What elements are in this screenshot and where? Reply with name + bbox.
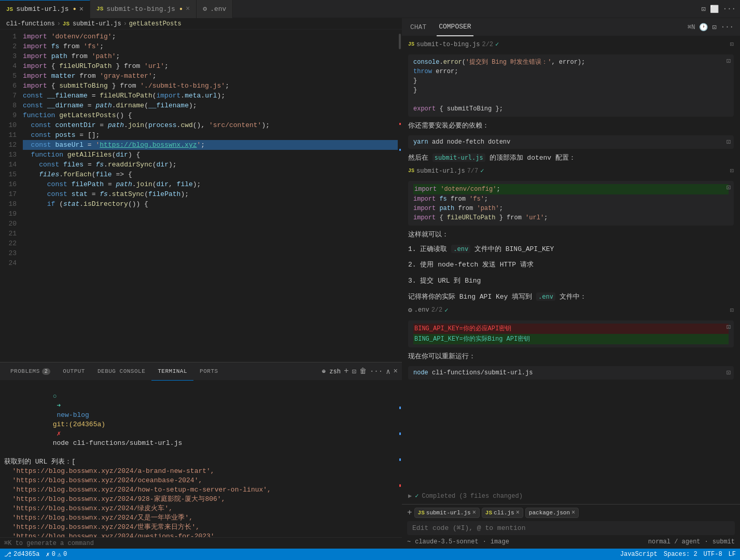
- model-separator: ·: [483, 538, 486, 545]
- prompt-dir: new-blog: [53, 411, 93, 419]
- tab-submit-to-bing[interactable]: JS submit-to-bing.js ● ×: [90, 0, 197, 18]
- tab-debug[interactable]: DEBUG CONSOLE: [91, 362, 151, 381]
- code-import-path: import path from 'path';: [413, 204, 729, 213]
- expand-btn-cmd2[interactable]: ⊡: [727, 368, 731, 377]
- terminal-collapse-icon[interactable]: ∧: [386, 367, 390, 376]
- file-ref-1-version: 2/2: [482, 41, 493, 48]
- term-scroll-4: [399, 484, 401, 487]
- list-item-2: 2. 使用 node-fetch 发送 HTTP 请求: [408, 260, 734, 271]
- cmd-node-label: node: [413, 369, 428, 376]
- chat-tabs: CHAT COMPOSER ⌘N 🕐 ⊡ ···: [402, 18, 740, 36]
- scrollbar-thumb[interactable]: [399, 34, 401, 49]
- file-chip-package[interactable]: package.json ×: [525, 508, 579, 518]
- status-branch-label: 2d4365a: [13, 551, 39, 558]
- problems-badge: 2: [42, 368, 51, 375]
- terminal-line-3: 'https://blog.bosswnx.xyz/2024/oceanbase…: [4, 476, 398, 485]
- code-line-9: const __dirname = path.dirname(__filenam…: [23, 101, 398, 110]
- expand-btn-cmd1[interactable]: ⊡: [727, 137, 731, 146]
- more-icon[interactable]: ···: [723, 5, 736, 13]
- expand-icon-1[interactable]: ⊡: [730, 40, 734, 48]
- tab-submit-url[interactable]: JS submit-url.js ● ×: [0, 0, 90, 18]
- tab-terminal[interactable]: TERMINAL: [151, 362, 193, 381]
- js-badge-1: JS: [408, 41, 414, 47]
- cmd-yarn-add: ⊡ yarn add node-fetch dotenv: [408, 135, 734, 149]
- model-label[interactable]: claude-3.5-sonnet: [415, 538, 478, 545]
- file-chip-cli[interactable]: JS cli.js ×: [482, 508, 523, 518]
- bottom-panel: PROBLEMS 2 OUTPUT DEBUG CONSOLE TERMINAL…: [0, 362, 402, 549]
- terminal-line-5: 'https://blog.bosswnx.xyz/2024/928-家庭影院-…: [4, 495, 398, 504]
- chat-section-config: 然后在 submit-url.js 的顶部添加 dotenv 配置：: [408, 153, 734, 163]
- code-line-4: import { fileURLToPath } from 'url';: [23, 61, 398, 71]
- status-encoding[interactable]: UTF-8: [704, 551, 722, 558]
- code-lines[interactable]: import 'dotenv/config'; import fs from '…: [21, 30, 398, 362]
- terminal-bottom-bar: ⌘K to generate a command: [0, 537, 402, 549]
- image-label[interactable]: image: [491, 538, 509, 545]
- file-ref-2-label: submit-url.js: [416, 167, 465, 175]
- status-line-ending[interactable]: LF: [729, 551, 736, 558]
- chat-new-icon[interactable]: ⌘N: [688, 23, 695, 31]
- mode-label[interactable]: normal / agent: [648, 538, 701, 545]
- terminal-split-icon[interactable]: ⊡: [352, 367, 356, 376]
- breadcrumb-cli-functions[interactable]: cli-functions: [6, 20, 55, 27]
- chat-input-row[interactable]: [407, 521, 735, 535]
- status-language[interactable]: JavaScript: [620, 551, 658, 558]
- code-line-brace1: }: [413, 76, 729, 86]
- terminal-more-icon[interactable]: ···: [370, 367, 383, 375]
- terminal-line-4: 'https://blog.bosswnx.xyz/2024/how-to-se…: [4, 485, 398, 495]
- chat-section-deps: 你还需要安装必要的依赖：: [408, 121, 734, 131]
- chat-maximize-icon[interactable]: ⊡: [712, 23, 716, 32]
- chat-file-ref-2: JS submit-url.js 7/7 ✓ ⊡: [408, 167, 734, 175]
- expand-icon-3[interactable]: ⊡: [730, 306, 734, 314]
- expand-btn-2[interactable]: ⊡: [727, 183, 731, 192]
- tab-chat[interactable]: CHAT: [408, 18, 428, 36]
- chat-history-icon[interactable]: 🕐: [699, 23, 708, 32]
- code-line-11: function getLatestPosts() {: [23, 110, 398, 120]
- tab-close-2[interactable]: ×: [186, 5, 190, 13]
- file-ref-3-version: 2/2: [431, 306, 443, 314]
- expand-icon-2[interactable]: ⊡: [730, 167, 734, 175]
- terminal-add-icon[interactable]: +: [344, 367, 349, 376]
- chip-close-2[interactable]: ×: [516, 509, 520, 516]
- tab-ports[interactable]: PORTS: [193, 362, 225, 381]
- term-scroll-1: [399, 407, 401, 409]
- status-indent[interactable]: Spaces: 2: [664, 551, 697, 558]
- terminal-trash-icon[interactable]: 🗑: [359, 367, 367, 375]
- expand-completed-icon[interactable]: ▶: [408, 492, 412, 500]
- chip-close-3[interactable]: ×: [571, 509, 575, 516]
- env-line-2: BING_API_KEY=你的实际Bing API密钥: [413, 334, 729, 344]
- tab-problems[interactable]: PROBLEMS 2: [4, 362, 57, 381]
- tab-close-1[interactable]: ×: [79, 5, 83, 13]
- status-branch[interactable]: ⎇ 2d4365a: [4, 551, 39, 558]
- submit-label[interactable]: submit: [713, 538, 735, 545]
- tab-output[interactable]: OUTPUT: [57, 362, 91, 381]
- list-item-3: 3. 提交 URL 到 Bing: [408, 276, 734, 287]
- tab-terminal-label: TERMINAL: [158, 368, 187, 374]
- tab-composer[interactable]: COMPOSER: [437, 18, 473, 36]
- js-icon-chip2: JS: [485, 510, 492, 516]
- breadcrumb-file[interactable]: submit-url.js: [73, 20, 121, 27]
- completed-label: Completed (3 files changed): [422, 493, 522, 500]
- status-encoding-label: UTF-8: [704, 551, 722, 558]
- code-line-brace2: }: [413, 86, 729, 95]
- code-line-12: const contentDir = path.join(process.cwd…: [23, 120, 398, 130]
- file-ref-3-check: ✓: [444, 306, 448, 314]
- code-line-21: const filePath = path.join(dir, file);: [23, 179, 398, 189]
- code-line-blank: [413, 95, 729, 104]
- files-add-icon[interactable]: +: [407, 508, 412, 517]
- terminal-close-icon[interactable]: ×: [394, 367, 398, 375]
- tab-env[interactable]: ⚙ .env: [197, 0, 233, 18]
- code-import-url: import { fileURLToPath } from 'url';: [413, 213, 729, 222]
- terminal-content[interactable]: ○ ➜ new-blog git:(2d4365a) ✗ node cli-fu…: [0, 381, 402, 537]
- layout-icon[interactable]: ⬜: [710, 5, 719, 13]
- sep2: ›: [123, 20, 127, 27]
- split-editor-icon[interactable]: ⊡: [701, 5, 705, 13]
- tab-label-env: .env: [210, 5, 226, 13]
- expand-btn-1[interactable]: ⊡: [727, 57, 731, 66]
- chat-more-icon[interactable]: ···: [721, 23, 734, 31]
- file-chip-submit-url[interactable]: JS submit-url.js ×: [414, 508, 480, 518]
- status-errors[interactable]: ✗ 0 ⚠ 0: [46, 551, 67, 558]
- terminal-line-1: 获取到的 URL 列表：[: [4, 457, 398, 467]
- expand-btn-env[interactable]: ⊡: [727, 323, 731, 332]
- chip-close-1[interactable]: ×: [472, 509, 476, 516]
- chat-input[interactable]: [412, 524, 730, 532]
